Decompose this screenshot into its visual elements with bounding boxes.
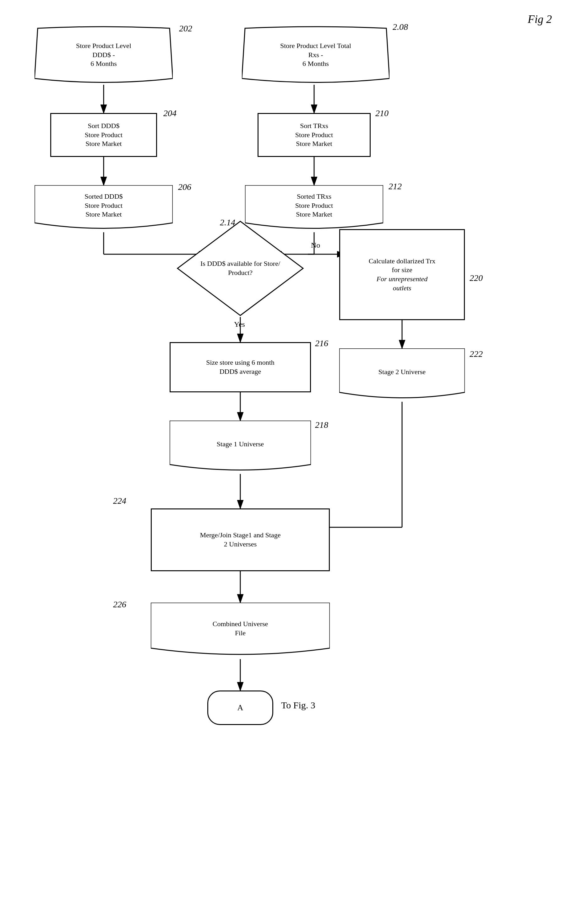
figure-label: Fig 2 — [528, 13, 552, 26]
node-208-text: Store Product Level TotalRxs -6 Months — [248, 31, 383, 79]
node-216-text: Size store using 6 monthDDD$ average — [206, 358, 274, 376]
annotation-202: 202 — [179, 24, 192, 34]
node-206: Sorted DDD$Store ProductStore Market — [35, 185, 173, 232]
node-202-text: Store Product LevelDDD$ -6 Months — [41, 31, 166, 79]
annotation-218: 218 — [315, 420, 328, 430]
annotation-212: 212 — [388, 182, 402, 191]
node-222-text: Stage 2 Universe — [345, 353, 459, 391]
node-224: Merge/Join Stage1 and Stage2 Universes — [151, 508, 330, 571]
annotation-216: 216 — [315, 338, 328, 349]
node-218: Stage 1 Universe — [169, 421, 311, 474]
node-222: Stage 2 Universe — [339, 349, 465, 402]
node-226: Combined UniverseFile — [151, 603, 330, 659]
node-210-text: Sort TRxsStore ProductStore Market — [295, 122, 333, 148]
node-214: Is DDD$ available for Store/Product? — [176, 220, 305, 317]
annotation-224: 224 — [113, 496, 126, 506]
terminal-a: A — [207, 691, 273, 725]
node-210: Sort TRxsStore ProductStore Market — [258, 113, 371, 157]
to-fig3-label: To Fig. 3 — [281, 700, 315, 710]
node-204-text: Sort DDD$Store ProductStore Market — [85, 122, 122, 148]
annotation-208: 2.08 — [393, 22, 408, 32]
node-220-text: Calculate dollarized Trxfor sizeFor unre… — [369, 257, 436, 292]
node-224-text: Merge/Join Stage1 and Stage2 Universes — [200, 531, 281, 549]
node-214-text: Is DDD$ available for Store/Product? — [200, 259, 280, 277]
node-216: Size store using 6 monthDDD$ average — [169, 342, 311, 392]
annotation-220: 220 — [470, 273, 483, 283]
node-220: Calculate dollarized Trxfor sizeFor unre… — [339, 229, 465, 320]
annotation-206: 206 — [178, 182, 191, 192]
yes-label: Yes — [234, 320, 245, 329]
node-226-text: Combined UniverseFile — [157, 609, 324, 648]
node-204: Sort DDD$Store ProductStore Market — [50, 113, 157, 157]
node-202: Store Product LevelDDD$ -6 Months — [35, 25, 173, 85]
node-206-text: Sorted DDD$Store ProductStore Market — [41, 188, 166, 223]
annotation-214: 2.14 — [220, 217, 235, 228]
diagram: Fig 2 — [0, 0, 577, 924]
terminal-a-text: A — [237, 702, 243, 713]
annotation-226: 226 — [113, 599, 126, 609]
annotation-204: 204 — [163, 108, 177, 118]
no-label: No — [311, 241, 320, 249]
node-212-text: Sorted TRxsStore ProductStore Market — [251, 188, 377, 223]
node-218-text: Stage 1 Universe — [176, 425, 305, 463]
annotation-222: 222 — [470, 349, 483, 359]
annotation-210: 210 — [376, 108, 388, 118]
node-208: Store Product Level TotalRxs -6 Months — [242, 25, 390, 85]
